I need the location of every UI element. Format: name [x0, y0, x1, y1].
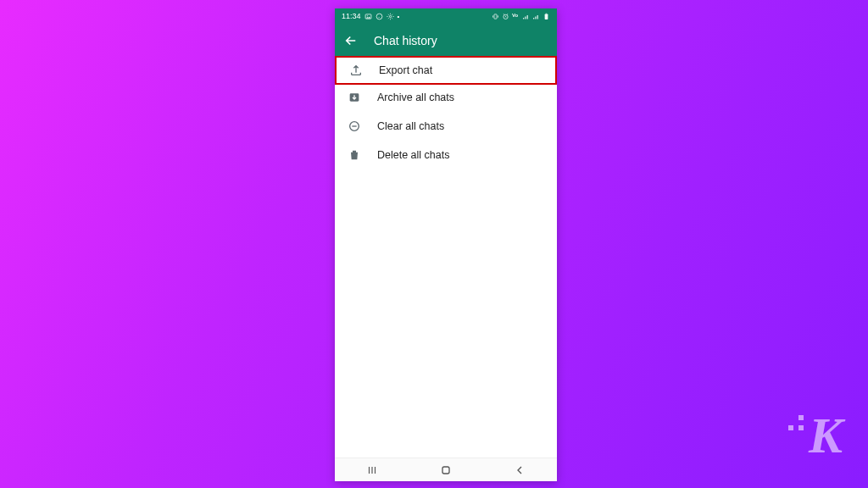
svg-rect-6 [545, 14, 548, 19]
archive-icon [347, 90, 362, 105]
settings-gear-icon [387, 13, 394, 20]
watermark-letter: K [809, 408, 843, 463]
menu-item-label: Archive all chats [377, 92, 454, 103]
svg-rect-7 [546, 13, 548, 14]
status-time: 11:34 [342, 12, 361, 20]
signal-icon [522, 13, 530, 20]
image-icon [364, 13, 372, 20]
back-button[interactable] [343, 33, 359, 48]
status-bar: 11:34 • Vo [335, 8, 557, 24]
menu-item-delete-all[interactable]: Delete all chats [335, 141, 557, 169]
upload-icon [348, 63, 364, 78]
menu-item-label: Clear all chats [377, 120, 444, 132]
battery-icon [542, 13, 550, 20]
menu-item-export-chat[interactable]: Export chat [335, 56, 557, 85]
alarm-icon [502, 13, 509, 20]
phone-frame: 11:34 • Vo Chat history [335, 8, 557, 481]
recents-icon [364, 464, 380, 476]
menu-item-clear-all[interactable]: Clear all chats [335, 112, 557, 141]
nav-recents-button[interactable] [355, 462, 389, 479]
trash-icon [347, 147, 362, 163]
arrow-left-icon [343, 33, 359, 48]
svg-rect-4 [494, 14, 497, 18]
settings-list: Export chat Archive all chats Clear all … [335, 58, 557, 458]
whatsapp-icon [376, 13, 383, 20]
page-title: Chat history [374, 34, 437, 47]
signal-icon [532, 13, 540, 20]
menu-item-label: Delete all chats [377, 149, 449, 161]
app-bar: Chat history [335, 24, 557, 58]
clear-circle-icon [347, 119, 362, 134]
dot-icon: • [398, 13, 400, 20]
android-nav-bar [335, 458, 557, 481]
nav-back-button[interactable] [503, 462, 537, 479]
menu-item-label: Export chat [379, 64, 432, 76]
watermark: K [809, 410, 843, 461]
chevron-left-icon [513, 463, 526, 477]
watermark-dots-icon [788, 415, 809, 435]
home-icon [439, 463, 453, 477]
nav-home-button[interactable] [429, 462, 463, 479]
vibrate-icon [492, 13, 499, 20]
vowifi-icon: Vo [512, 13, 520, 20]
svg-rect-10 [442, 467, 449, 474]
menu-item-archive-all[interactable]: Archive all chats [335, 83, 557, 112]
svg-point-2 [376, 14, 382, 19]
svg-point-1 [366, 15, 367, 16]
svg-point-3 [389, 15, 391, 17]
